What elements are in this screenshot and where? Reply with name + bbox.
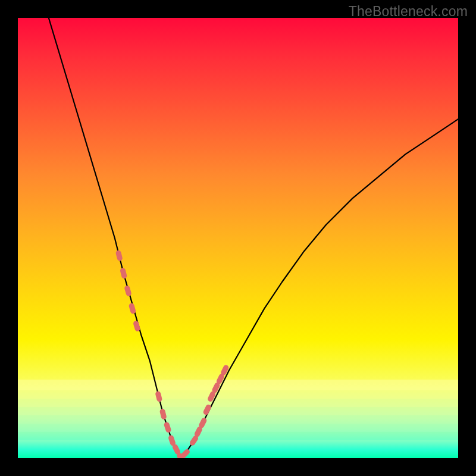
bottleneck-curve-line — [49, 18, 458, 458]
curve-marker — [115, 250, 123, 262]
watermark-text: TheBottleneck.com — [349, 4, 468, 20]
curve-marker — [159, 408, 167, 420]
curve-marker — [124, 285, 132, 297]
curve-marker — [129, 303, 137, 315]
bottleneck-chart — [18, 18, 458, 458]
curve-markers-group — [115, 250, 230, 458]
curve-marker — [202, 404, 212, 416]
curve-marker — [133, 320, 141, 332]
curve-marker — [163, 421, 171, 433]
curve-marker — [120, 267, 127, 279]
curve-marker — [180, 448, 191, 458]
curve-marker — [155, 391, 162, 403]
